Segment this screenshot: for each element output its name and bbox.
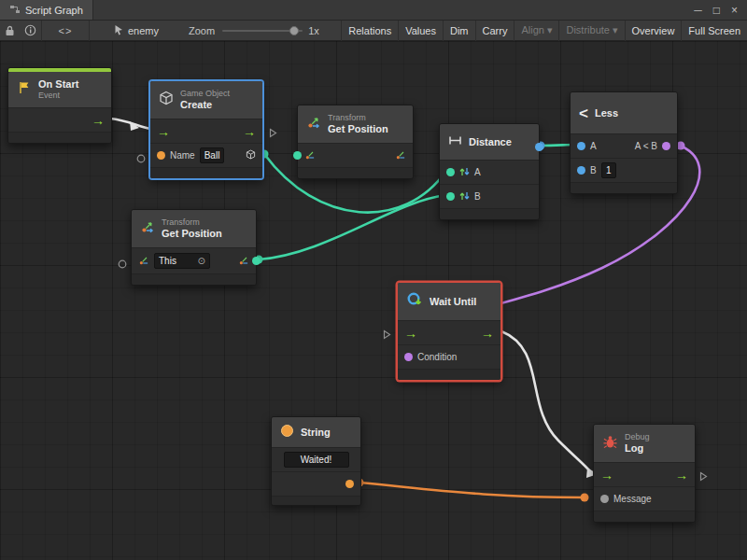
- info-icon[interactable]: [20, 24, 41, 36]
- target-name: enemy: [128, 25, 159, 36]
- vector-icon: [459, 190, 470, 203]
- toolbar-button-relations[interactable]: Relations: [341, 21, 398, 41]
- name-in-port[interactable]: [157, 151, 165, 160]
- position-out-port[interactable]: [238, 255, 249, 268]
- flow-out-port[interactable]: →: [92, 114, 105, 127]
- toolbar-button-fullscreen[interactable]: Full Screen: [681, 21, 747, 41]
- name-input[interactable]: Ball: [200, 147, 225, 163]
- node-footer: [132, 273, 256, 285]
- flow-out-port[interactable]: →: [675, 469, 688, 482]
- graph-canvas[interactable]: On Start Event → Game Object Create → →: [0, 41, 747, 560]
- node-category: Game Object: [180, 89, 230, 99]
- graph-toolbar: <> enemy Zoom 1x Relations Values Dim Ca…: [0, 21, 747, 41]
- unconnected-flow-triangle[interactable]: [383, 327, 391, 343]
- node-footer: [272, 496, 360, 505]
- node-subtitle: Event: [38, 91, 78, 101]
- unconnected-port-circle[interactable]: [118, 256, 127, 273]
- game-object-out-icon[interactable]: [246, 149, 256, 161]
- target-field[interactable]: This ⊙: [154, 253, 210, 269]
- flow-in-port[interactable]: →: [157, 125, 170, 138]
- input-b-port[interactable]: [446, 192, 455, 201]
- object-picker-icon[interactable]: ⊙: [198, 257, 205, 266]
- message-row: Message: [594, 486, 695, 511]
- transform-in-port[interactable]: [304, 149, 316, 162]
- zoom-slider-knob[interactable]: [289, 26, 299, 35]
- close-icon[interactable]: ×: [731, 5, 738, 16]
- window-controls: ─ □ ×: [684, 0, 747, 20]
- toolbar-button-overview[interactable]: Overview: [625, 21, 682, 41]
- node-get-position-ball[interactable]: Transform Get Position: [297, 105, 414, 179]
- zoom-slider[interactable]: [222, 25, 303, 36]
- flow-out-port[interactable]: →: [243, 125, 256, 138]
- transform-icon: [140, 219, 155, 238]
- toolbar-button-align[interactable]: Align ▾: [514, 21, 558, 41]
- transform-in-dot[interactable]: [293, 151, 302, 160]
- input-b-row: B 1: [571, 158, 677, 182]
- node-less[interactable]: < Less A A < B B 1: [570, 91, 678, 194]
- unconnected-port-circle[interactable]: [136, 150, 146, 167]
- node-game-object-create[interactable]: Game Object Create → → Name Ball: [149, 80, 263, 179]
- node-on-start-event[interactable]: On Start Event →: [7, 67, 112, 144]
- position-out-dot[interactable]: [252, 257, 261, 265]
- port-row: →: [8, 107, 111, 132]
- node-footer: [298, 167, 413, 178]
- less-icon: <: [579, 105, 588, 121]
- minimize-icon[interactable]: ─: [694, 5, 702, 16]
- node-distance[interactable]: Distance A B: [439, 123, 540, 220]
- node-title: Create: [180, 99, 230, 111]
- node-header: Game Object Create: [150, 81, 262, 119]
- code-view-button[interactable]: <>: [42, 25, 89, 36]
- node-wait-until[interactable]: Wait Until → → Condition: [397, 282, 501, 381]
- node-title: Less: [595, 107, 618, 119]
- position-out-port[interactable]: [395, 149, 406, 162]
- input-a-port[interactable]: [446, 168, 455, 176]
- toolbar-button-dim[interactable]: Dim: [443, 21, 475, 41]
- zoom-label: Zoom: [189, 25, 215, 36]
- input-a-port[interactable]: [577, 142, 585, 150]
- condition-label: Condition: [417, 352, 457, 362]
- node-footer: [594, 511, 695, 522]
- toolbar-button-group: Relations Values Dim Carry Align ▾ Distr…: [341, 21, 747, 41]
- distance-out-port[interactable]: [535, 143, 543, 151]
- string-out-port[interactable]: [345, 480, 354, 488]
- string-icon: [280, 424, 294, 441]
- condition-row: Condition: [398, 344, 500, 369]
- transform-in-port[interactable]: [138, 255, 149, 268]
- toolbar-button-values[interactable]: Values: [398, 21, 443, 41]
- node-header: Debug Log: [594, 425, 695, 462]
- input-b-field[interactable]: 1: [601, 162, 616, 178]
- target-field-value: This: [159, 255, 176, 267]
- node-string[interactable]: String Waited!: [271, 416, 361, 506]
- node-get-position-this[interactable]: Transform Get Position This ⊙: [131, 209, 257, 286]
- condition-in-port[interactable]: [404, 353, 413, 361]
- node-header: Distance: [440, 124, 539, 160]
- flow-in-port[interactable]: →: [404, 327, 417, 340]
- lock-icon[interactable]: [0, 25, 20, 36]
- graph-target[interactable]: enemy: [114, 24, 159, 37]
- maximize-icon[interactable]: □: [713, 5, 720, 16]
- message-in-port[interactable]: [600, 495, 609, 503]
- input-b-port[interactable]: [577, 166, 585, 175]
- tab-script-graph[interactable]: Script Graph: [0, 0, 93, 20]
- pointer-icon: [114, 24, 123, 37]
- window-title: Script Graph: [25, 5, 83, 16]
- graph-window-icon: [9, 4, 21, 17]
- input-a-label: A: [590, 141, 597, 151]
- flow-out-port[interactable]: →: [481, 327, 494, 340]
- node-title: On Start: [38, 78, 78, 91]
- unconnected-flow-triangle[interactable]: [269, 125, 277, 142]
- string-input[interactable]: Waited!: [284, 452, 349, 468]
- flow-in-port[interactable]: →: [600, 469, 613, 482]
- node-debug-log[interactable]: Debug Log → → Message: [593, 424, 696, 523]
- toolbar-button-distribute[interactable]: Distribute ▾: [558, 21, 624, 41]
- port-row: This ⊙: [132, 247, 256, 273]
- node-header: Transform Get Position: [132, 210, 256, 247]
- node-title: Get Position: [328, 123, 388, 135]
- toolbar-separator: [89, 21, 90, 41]
- unconnected-flow-triangle[interactable]: [699, 469, 708, 485]
- toolbar-button-carry[interactable]: Carry: [475, 21, 514, 41]
- result-out-port[interactable]: [662, 142, 670, 150]
- node-title: Distance: [469, 136, 512, 148]
- input-b-label: B: [590, 165, 597, 175]
- input-a-row: A: [440, 160, 539, 184]
